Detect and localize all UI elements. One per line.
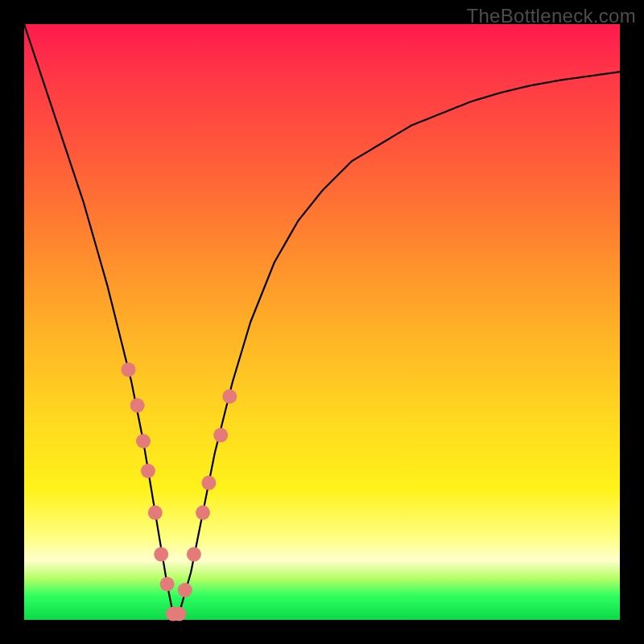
marker-point	[136, 434, 151, 448]
marker-point	[154, 547, 168, 562]
marker-point	[213, 428, 228, 443]
marker-point	[122, 362, 136, 377]
marker-point	[187, 547, 201, 562]
curve-svg	[24, 24, 620, 620]
marker-point	[148, 506, 163, 520]
bottleneck-curve	[24, 24, 620, 614]
marker-point	[130, 398, 145, 413]
chart-frame: TheBottleneck.com	[0, 0, 644, 644]
watermark-text: TheBottleneck.com	[466, 5, 636, 27]
marker-point	[171, 607, 186, 621]
marker-point	[196, 506, 210, 520]
highlighted-points	[122, 362, 237, 621]
marker-point	[201, 476, 216, 490]
marker-point	[178, 583, 192, 597]
plot-area	[24, 24, 620, 620]
marker-point	[222, 390, 237, 404]
marker-point	[141, 464, 155, 478]
marker-point	[160, 577, 175, 592]
